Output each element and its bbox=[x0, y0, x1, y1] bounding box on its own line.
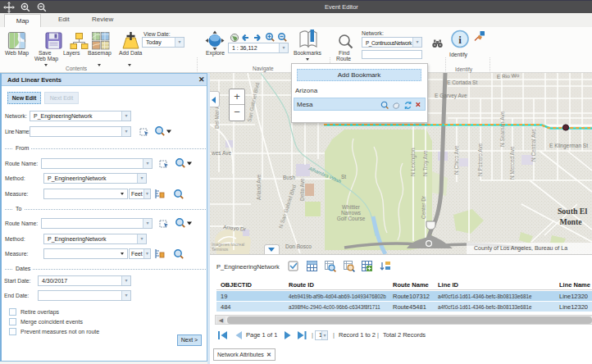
svg-text:N Potrero Ave: N Potrero Ave bbox=[477, 143, 483, 176]
svg-text:N Central Ave: N Central Ave bbox=[531, 129, 536, 162]
svg-text:E Garvey Ave: E Garvey Ave bbox=[435, 93, 467, 99]
svg-text:N Lexington: N Lexington bbox=[410, 148, 417, 176]
svg-text:Delta Ave: Delta Ave bbox=[299, 178, 305, 201]
svg-text:wes Ave: wes Ave bbox=[211, 150, 231, 156]
svg-text:Don Bosco: Don Bosco bbox=[285, 243, 312, 249]
svg-text:N Seaman Ave: N Seaman Ave bbox=[499, 111, 505, 147]
svg-text:E Klingerman St: E Klingerman St bbox=[549, 143, 588, 149]
svg-text:Whittier: Whittier bbox=[342, 204, 361, 210]
svg-text:South El: South El bbox=[558, 207, 587, 216]
svg-text:Arland Ave: Arland Ave bbox=[256, 174, 262, 200]
svg-text:N Troy Ave: N Troy Ave bbox=[422, 150, 429, 176]
svg-text:Narrows: Narrows bbox=[341, 210, 362, 216]
svg-text:Bush: Bush bbox=[283, 175, 295, 180]
svg-text:E Cortada St: E Cortada St bbox=[447, 80, 477, 85]
svg-text:N Chico Ave: N Chico Ave bbox=[453, 145, 459, 175]
svg-text:Golf Course: Golf Course bbox=[337, 216, 366, 221]
svg-text:Monte: Monte bbox=[559, 217, 582, 226]
svg-text:Center Dr: Center Dr bbox=[421, 195, 426, 219]
svg-text:Terminos: Terminos bbox=[212, 247, 229, 252]
svg-text:N Merced Ave: N Merced Ave bbox=[509, 146, 515, 180]
svg-text:County of Los Angeles, Bureau: County of Los Angeles, Bureau of La bbox=[474, 245, 567, 252]
svg-text:i: i bbox=[458, 34, 462, 46]
